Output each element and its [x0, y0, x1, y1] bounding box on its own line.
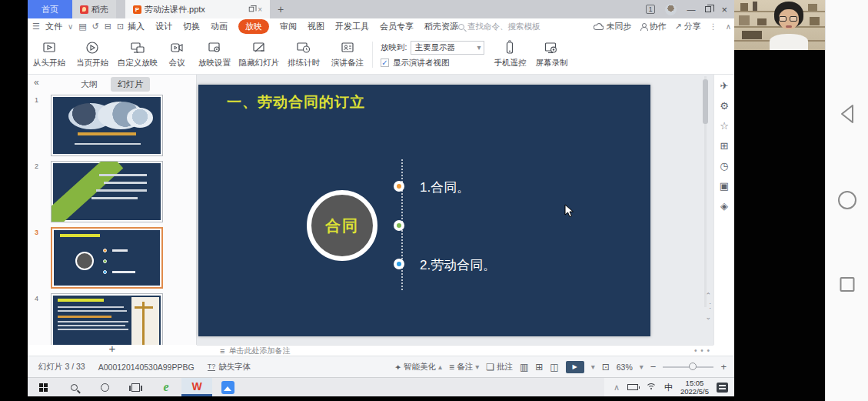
- taskbar-search-button[interactable]: [58, 378, 89, 396]
- play-from-start-button[interactable]: 从头开始: [28, 40, 71, 69]
- wifi-icon[interactable]: [646, 383, 657, 391]
- slide-thumbnail-2[interactable]: [51, 161, 163, 222]
- slide-canvas[interactable]: 一、劳动合同的订立 合同 1.合同。 2.劳动合同。: [198, 85, 650, 336]
- menu-transition[interactable]: 切换: [183, 21, 200, 32]
- zoom-slider-thumb[interactable]: [689, 363, 697, 370]
- comments-button[interactable]: ❏ 批注: [486, 362, 513, 373]
- zoom-in-button[interactable]: +: [720, 361, 727, 373]
- meeting-button[interactable]: 会议: [161, 40, 192, 69]
- cortana-button[interactable]: [89, 378, 120, 396]
- collaborate-button[interactable]: 协作: [640, 21, 666, 32]
- android-back-button[interactable]: [838, 103, 856, 125]
- hamburger-icon[interactable]: ☰: [32, 22, 40, 32]
- missing-font-button[interactable]: T? 缺失字体: [208, 362, 251, 373]
- menu-devtools[interactable]: 开发工具: [335, 21, 369, 32]
- play-caret-icon[interactable]: ▾: [591, 363, 595, 371]
- docer-assistant-icon[interactable]: ✈: [720, 81, 729, 91]
- android-home-button[interactable]: [838, 191, 856, 209]
- tab-close-icon[interactable]: ×: [258, 5, 262, 14]
- android-recents-button[interactable]: [840, 277, 854, 292]
- tab-home[interactable]: 首页: [28, 0, 72, 18]
- display-to-dropdown[interactable]: 主要显示器 ▾: [411, 41, 484, 55]
- slide-thumbnail-1[interactable]: [51, 95, 163, 156]
- layout-icon[interactable]: ⊞: [720, 141, 729, 151]
- contract-circle-shape[interactable]: 合同: [307, 190, 377, 261]
- taskbar-clock[interactable]: 15:05 2022/5/5: [680, 379, 709, 396]
- tab-outline[interactable]: 大纲: [74, 77, 105, 92]
- menu-member[interactable]: 会员专享: [380, 21, 414, 32]
- tab-document[interactable]: P 劳动法课件.pptx ×: [125, 0, 270, 18]
- slide-thumbnail-3-selected[interactable]: [51, 227, 163, 289]
- restore-button[interactable]: [705, 6, 711, 12]
- task-view-button[interactable]: [120, 378, 151, 396]
- file-menu[interactable]: 文件: [45, 21, 62, 32]
- new-tab-button[interactable]: +: [270, 0, 291, 18]
- ime-indicator[interactable]: 中: [664, 382, 673, 393]
- battery-icon[interactable]: [627, 384, 638, 390]
- minimize-button[interactable]: —: [687, 5, 695, 14]
- zoom-out-button[interactable]: −: [650, 361, 657, 373]
- custom-show-button[interactable]: 自定义放映: [114, 40, 161, 69]
- save-icon[interactable]: ▤: [78, 22, 86, 32]
- properties-icon[interactable]: ⚙: [720, 101, 729, 111]
- smart-beautify-button[interactable]: ✦ 智能美化 ▴: [394, 362, 442, 373]
- vertical-scrollbar[interactable]: [703, 76, 708, 307]
- rehearse-timing-button[interactable]: 排练计时: [281, 40, 326, 69]
- scroll-dots-icon[interactable]: ⁚: [709, 302, 711, 310]
- zoom-slider[interactable]: [663, 366, 713, 368]
- phone-remote-button[interactable]: 手机遥控: [489, 40, 530, 69]
- previous-slide-icon[interactable]: ⌃: [705, 292, 711, 299]
- speaker-notes-button[interactable]: 演讲备注: [326, 40, 369, 69]
- close-button[interactable]: ×: [721, 5, 727, 15]
- normal-view-icon[interactable]: ▥: [520, 362, 528, 373]
- preview-icon[interactable]: ⊡: [117, 22, 124, 32]
- more-options-icon[interactable]: ⋮: [710, 22, 717, 31]
- menu-design[interactable]: 设计: [155, 21, 172, 32]
- scrollbar-thumb[interactable]: [703, 79, 708, 124]
- collapse-ribbon-icon[interactable]: ∧: [726, 22, 731, 31]
- zoom-level[interactable]: 63%: [617, 363, 633, 372]
- tab-slides[interactable]: 幻灯片: [111, 77, 150, 92]
- command-search[interactable]: 查找命令、搜索模板: [458, 18, 540, 35]
- play-current-button[interactable]: 当页开始: [71, 40, 114, 69]
- presenter-view-checkbox[interactable]: ✓: [381, 58, 389, 67]
- menu-review[interactable]: 审阅: [280, 21, 297, 32]
- start-button[interactable]: [28, 378, 58, 396]
- account-badge[interactable]: 1: [646, 5, 656, 14]
- fit-window-icon[interactable]: ⊡: [602, 362, 610, 373]
- beautify-icon[interactable]: ☆: [720, 121, 729, 131]
- menu-view[interactable]: 视图: [308, 21, 324, 32]
- hide-slide-button[interactable]: 隐藏幻灯片: [237, 40, 281, 69]
- menu-insert[interactable]: 插入: [128, 21, 145, 32]
- slideshow-play-button[interactable]: ▶: [566, 361, 584, 373]
- menu-docer-res[interactable]: 稻壳资源: [424, 21, 458, 32]
- print-icon[interactable]: ⊟: [105, 22, 111, 32]
- material-icon[interactable]: ▣: [720, 181, 729, 191]
- menu-slideshow-active[interactable]: 放映: [238, 19, 269, 34]
- undo-icon[interactable]: ↺: [92, 22, 99, 32]
- add-slide-button[interactable]: +: [28, 345, 197, 355]
- menu-animation[interactable]: 动画: [211, 21, 228, 32]
- show-settings-button[interactable]: 放映设置: [192, 40, 237, 69]
- sync-status[interactable]: 未同步: [594, 21, 631, 32]
- avatar[interactable]: [665, 4, 677, 15]
- blue-app-button[interactable]: [212, 378, 243, 396]
- notes-more-icon[interactable]: • • •: [694, 346, 710, 355]
- share-button[interactable]: ↗ 分享: [674, 21, 700, 32]
- reading-view-icon[interactable]: ◫: [550, 362, 558, 373]
- action-center-icon[interactable]: [717, 383, 728, 393]
- notes-toggle-button[interactable]: ≡ 备注 ▾: [449, 362, 479, 373]
- tab-docer[interactable]: 稻壳: [72, 0, 116, 18]
- slide-thumbnail-4[interactable]: [51, 293, 163, 345]
- wps-taskbar-button[interactable]: W: [181, 378, 212, 396]
- collapse-panel-icon[interactable]: «: [34, 77, 39, 88]
- ie-button[interactable]: e: [151, 378, 181, 396]
- effects-icon[interactable]: ◈: [720, 201, 728, 211]
- float-tab-icon[interactable]: [249, 7, 254, 12]
- notes-bar[interactable]: ≡ 单击此处添加备注: [197, 345, 713, 356]
- tray-expand-icon[interactable]: ∧: [614, 383, 620, 393]
- history-icon[interactable]: ◷: [720, 161, 728, 171]
- screen-record-button[interactable]: 屏幕录制: [530, 40, 572, 69]
- next-slide-icon[interactable]: ⌄: [705, 313, 711, 321]
- sorter-view-icon[interactable]: ⊞: [535, 362, 543, 373]
